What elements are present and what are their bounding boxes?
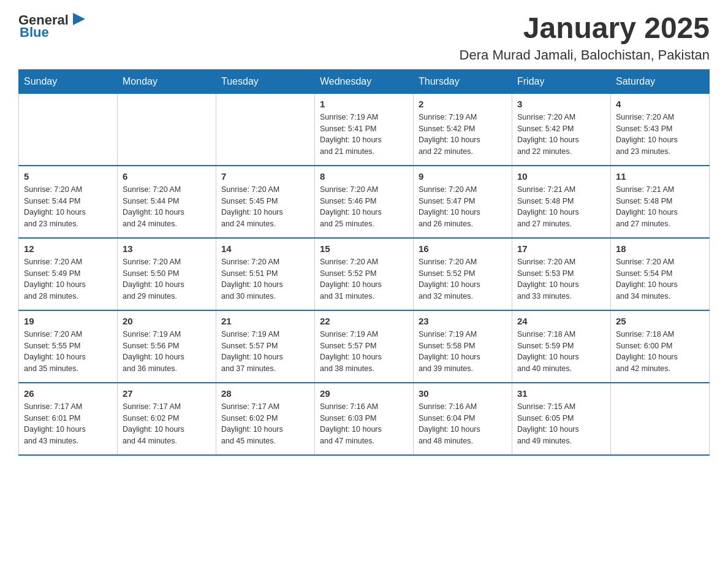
day-number: 26	[24, 388, 112, 399]
calendar-cell: 26Sunrise: 7:17 AM Sunset: 6:01 PM Dayli…	[19, 383, 118, 455]
calendar-table: SundayMondayTuesdayWednesdayThursdayFrid…	[18, 69, 710, 456]
calendar-cell: 10Sunrise: 7:21 AM Sunset: 5:48 PM Dayli…	[512, 166, 611, 238]
calendar-cell: 15Sunrise: 7:20 AM Sunset: 5:52 PM Dayli…	[315, 238, 414, 310]
header-sunday: Sunday	[19, 69, 118, 93]
day-number: 7	[221, 171, 309, 182]
logo: General Blue	[18, 12, 88, 40]
calendar-title: January 2025	[460, 12, 710, 45]
calendar-header-row: SundayMondayTuesdayWednesdayThursdayFrid…	[19, 69, 710, 93]
day-number: 1	[320, 99, 408, 109]
day-number: 20	[123, 316, 211, 326]
calendar-cell: 6Sunrise: 7:20 AM Sunset: 5:44 PM Daylig…	[118, 166, 216, 238]
day-info: Sunrise: 7:17 AM Sunset: 6:01 PM Dayligh…	[24, 401, 112, 447]
day-info: Sunrise: 7:20 AM Sunset: 5:44 PM Dayligh…	[123, 184, 211, 230]
calendar-cell: 2Sunrise: 7:19 AM Sunset: 5:42 PM Daylig…	[414, 93, 512, 166]
calendar-cell: 14Sunrise: 7:20 AM Sunset: 5:51 PM Dayli…	[216, 238, 315, 310]
day-info: Sunrise: 7:20 AM Sunset: 5:46 PM Dayligh…	[320, 184, 408, 230]
header-friday: Friday	[512, 69, 611, 93]
day-number: 6	[123, 171, 211, 182]
day-number: 18	[616, 243, 704, 254]
day-info: Sunrise: 7:20 AM Sunset: 5:44 PM Dayligh…	[24, 184, 112, 230]
day-info: Sunrise: 7:19 AM Sunset: 5:57 PM Dayligh…	[320, 329, 408, 375]
calendar-cell: 9Sunrise: 7:20 AM Sunset: 5:47 PM Daylig…	[414, 166, 512, 238]
day-info: Sunrise: 7:21 AM Sunset: 5:48 PM Dayligh…	[517, 184, 605, 230]
day-info: Sunrise: 7:19 AM Sunset: 5:57 PM Dayligh…	[221, 329, 309, 375]
day-info: Sunrise: 7:19 AM Sunset: 5:58 PM Dayligh…	[419, 329, 507, 375]
day-info: Sunrise: 7:19 AM Sunset: 5:41 PM Dayligh…	[320, 112, 408, 158]
logo-arrow-icon	[70, 10, 88, 28]
day-number: 19	[24, 316, 112, 326]
header-tuesday: Tuesday	[216, 69, 315, 93]
day-number: 5	[24, 171, 112, 182]
calendar-cell: 23Sunrise: 7:19 AM Sunset: 5:58 PM Dayli…	[414, 310, 512, 383]
day-number: 15	[320, 243, 408, 254]
day-number: 12	[24, 243, 112, 254]
day-number: 14	[221, 243, 309, 254]
calendar-cell: 11Sunrise: 7:21 AM Sunset: 5:48 PM Dayli…	[611, 166, 710, 238]
day-info: Sunrise: 7:20 AM Sunset: 5:53 PM Dayligh…	[517, 256, 605, 302]
day-number: 21	[221, 316, 309, 326]
calendar-cell: 29Sunrise: 7:16 AM Sunset: 6:03 PM Dayli…	[315, 383, 414, 455]
day-info: Sunrise: 7:21 AM Sunset: 5:48 PM Dayligh…	[616, 184, 704, 230]
calendar-week-row: 5Sunrise: 7:20 AM Sunset: 5:44 PM Daylig…	[19, 166, 710, 238]
day-info: Sunrise: 7:16 AM Sunset: 6:04 PM Dayligh…	[419, 401, 507, 447]
day-number: 31	[517, 388, 605, 399]
day-info: Sunrise: 7:16 AM Sunset: 6:03 PM Dayligh…	[320, 401, 408, 447]
day-number: 8	[320, 171, 408, 182]
day-number: 29	[320, 388, 408, 399]
day-info: Sunrise: 7:15 AM Sunset: 6:05 PM Dayligh…	[517, 401, 605, 447]
day-info: Sunrise: 7:20 AM Sunset: 5:52 PM Dayligh…	[320, 256, 408, 302]
day-info: Sunrise: 7:17 AM Sunset: 6:02 PM Dayligh…	[221, 401, 309, 447]
calendar-cell: 19Sunrise: 7:20 AM Sunset: 5:55 PM Dayli…	[19, 310, 118, 383]
calendar-cell: 17Sunrise: 7:20 AM Sunset: 5:53 PM Dayli…	[512, 238, 611, 310]
calendar-subtitle: Dera Murad Jamali, Balochistan, Pakistan	[460, 47, 710, 63]
calendar-week-row: 12Sunrise: 7:20 AM Sunset: 5:49 PM Dayli…	[19, 238, 710, 310]
day-info: Sunrise: 7:18 AM Sunset: 6:00 PM Dayligh…	[616, 329, 704, 375]
day-info: Sunrise: 7:17 AM Sunset: 6:02 PM Dayligh…	[123, 401, 211, 447]
day-info: Sunrise: 7:20 AM Sunset: 5:55 PM Dayligh…	[24, 329, 112, 375]
calendar-cell	[611, 383, 710, 455]
day-info: Sunrise: 7:19 AM Sunset: 5:56 PM Dayligh…	[123, 329, 211, 375]
day-info: Sunrise: 7:20 AM Sunset: 5:54 PM Dayligh…	[616, 256, 704, 302]
header-wednesday: Wednesday	[315, 69, 414, 93]
day-info: Sunrise: 7:20 AM Sunset: 5:43 PM Dayligh…	[616, 112, 704, 158]
calendar-cell: 13Sunrise: 7:20 AM Sunset: 5:50 PM Dayli…	[118, 238, 216, 310]
day-info: Sunrise: 7:20 AM Sunset: 5:47 PM Dayligh…	[419, 184, 507, 230]
svg-marker-0	[73, 13, 85, 25]
day-number: 3	[517, 99, 605, 109]
day-number: 2	[419, 99, 507, 109]
calendar-cell: 20Sunrise: 7:19 AM Sunset: 5:56 PM Dayli…	[118, 310, 216, 383]
day-info: Sunrise: 7:20 AM Sunset: 5:42 PM Dayligh…	[517, 112, 605, 158]
day-info: Sunrise: 7:19 AM Sunset: 5:42 PM Dayligh…	[419, 112, 507, 158]
header-saturday: Saturday	[611, 69, 710, 93]
day-number: 22	[320, 316, 408, 326]
calendar-week-row: 1Sunrise: 7:19 AM Sunset: 5:41 PM Daylig…	[19, 93, 710, 166]
calendar-cell: 24Sunrise: 7:18 AM Sunset: 5:59 PM Dayli…	[512, 310, 611, 383]
calendar-cell: 31Sunrise: 7:15 AM Sunset: 6:05 PM Dayli…	[512, 383, 611, 455]
calendar-cell: 25Sunrise: 7:18 AM Sunset: 6:00 PM Dayli…	[611, 310, 710, 383]
calendar-cell: 12Sunrise: 7:20 AM Sunset: 5:49 PM Dayli…	[19, 238, 118, 310]
calendar-cell: 18Sunrise: 7:20 AM Sunset: 5:54 PM Dayli…	[611, 238, 710, 310]
calendar-cell: 22Sunrise: 7:19 AM Sunset: 5:57 PM Dayli…	[315, 310, 414, 383]
calendar-cell: 5Sunrise: 7:20 AM Sunset: 5:44 PM Daylig…	[19, 166, 118, 238]
day-number: 27	[123, 388, 211, 399]
day-info: Sunrise: 7:20 AM Sunset: 5:45 PM Dayligh…	[221, 184, 309, 230]
calendar-cell: 16Sunrise: 7:20 AM Sunset: 5:52 PM Dayli…	[414, 238, 512, 310]
day-number: 30	[419, 388, 507, 399]
day-number: 24	[517, 316, 605, 326]
calendar-cell: 28Sunrise: 7:17 AM Sunset: 6:02 PM Dayli…	[216, 383, 315, 455]
day-number: 16	[419, 243, 507, 254]
calendar-cell: 7Sunrise: 7:20 AM Sunset: 5:45 PM Daylig…	[216, 166, 315, 238]
calendar-cell: 1Sunrise: 7:19 AM Sunset: 5:41 PM Daylig…	[315, 93, 414, 166]
calendar-cell: 3Sunrise: 7:20 AM Sunset: 5:42 PM Daylig…	[512, 93, 611, 166]
calendar-week-row: 19Sunrise: 7:20 AM Sunset: 5:55 PM Dayli…	[19, 310, 710, 383]
day-number: 9	[419, 171, 507, 182]
day-number: 23	[419, 316, 507, 326]
calendar-cell	[118, 93, 216, 166]
day-info: Sunrise: 7:20 AM Sunset: 5:51 PM Dayligh…	[221, 256, 309, 302]
day-number: 4	[616, 99, 704, 109]
calendar-cell: 21Sunrise: 7:19 AM Sunset: 5:57 PM Dayli…	[216, 310, 315, 383]
day-number: 13	[123, 243, 211, 254]
day-info: Sunrise: 7:20 AM Sunset: 5:49 PM Dayligh…	[24, 256, 112, 302]
day-info: Sunrise: 7:18 AM Sunset: 5:59 PM Dayligh…	[517, 329, 605, 375]
